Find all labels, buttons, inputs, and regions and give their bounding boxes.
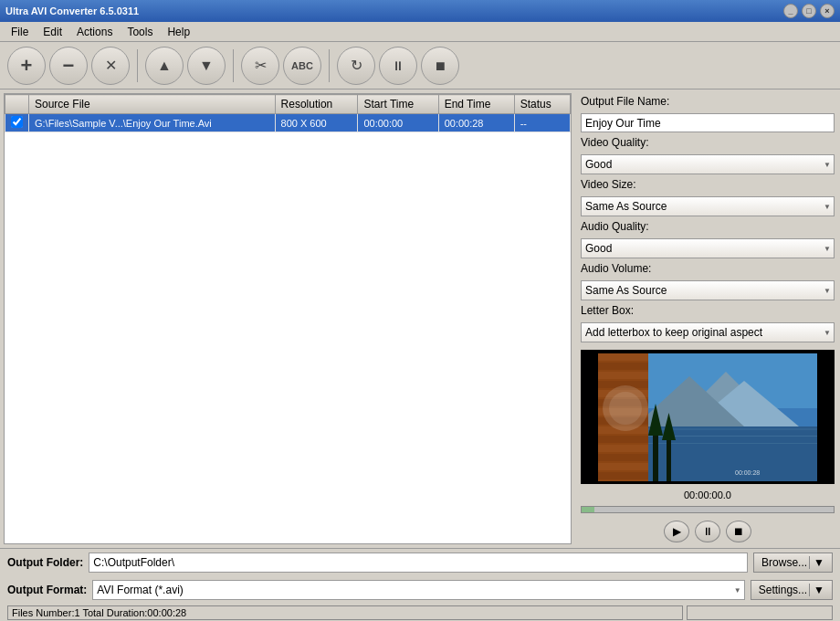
svg-rect-24 (598, 472, 648, 479)
preview-stop-button[interactable]: ⏹ (726, 521, 751, 542)
output-format-wrapper: AVI Format (*.avi) MP4 Format (*.mp4) WM… (92, 580, 744, 600)
row-checkbox[interactable] (5, 114, 29, 132)
svg-rect-27 (653, 436, 658, 481)
svg-rect-29 (667, 440, 671, 481)
rename-button[interactable]: ABC (283, 47, 321, 85)
output-folder-label: Output Folder: (7, 556, 83, 569)
preview-progress-bar[interactable] (581, 506, 835, 513)
status-left: Files Number:1 Total Duration:00:00:28 (7, 605, 683, 620)
audio-quality-wrapper: Good Best Normal Low (581, 238, 835, 258)
letter-box-select[interactable]: Add letterbox to keep original aspect No… (581, 322, 835, 342)
svg-rect-21 (598, 445, 648, 452)
svg-text:00:00:28: 00:00:28 (735, 469, 760, 476)
remove-button[interactable]: − (49, 47, 88, 85)
settings-label: Settings... (759, 584, 807, 596)
col-resolution: Resolution (275, 95, 358, 114)
svg-rect-12 (598, 363, 648, 370)
browse-dropdown-icon[interactable]: ▼ (809, 556, 824, 569)
video-size-select[interactable]: Same As Source 320x240 640x480 800x600 1… (581, 196, 835, 216)
bottom-area: Output Folder: Browse... ▼ Output Format… (0, 548, 840, 621)
main-area: Source File Resolution Start Time End Ti… (0, 89, 840, 548)
app-title: Ultra AVI Converter 6.5.0311 (5, 5, 139, 16)
menu-actions[interactable]: Actions (69, 24, 120, 40)
title-bar: Ultra AVI Converter 6.5.0311 _ □ × (0, 0, 840, 22)
file-list-panel: Source File Resolution Start Time End Ti… (4, 93, 572, 544)
video-size-label: Video Size: (581, 178, 835, 191)
settings-panel: Output File Name: Video Quality: Good Be… (575, 89, 840, 548)
svg-rect-11 (598, 353, 648, 361)
audio-quality-label: Audio Quality: (581, 220, 835, 233)
preview-time-display: 00:00:00.0 (581, 489, 835, 500)
preview-pause-button[interactable]: ⏸ (695, 521, 720, 542)
output-format-row: Output Format: AVI Format (*.avi) MP4 Fo… (0, 576, 840, 604)
preview-progress-fill (582, 507, 594, 512)
minimize-button[interactable]: _ (783, 4, 798, 18)
add-button[interactable]: + (7, 47, 46, 85)
table-row[interactable]: G:\Files\Sample V...\Enjoy Our Time.Avi … (5, 114, 571, 132)
svg-point-26 (609, 392, 642, 425)
row-end-time: 00:00:28 (438, 114, 514, 132)
settings-button[interactable]: Settings... ▼ (751, 580, 833, 600)
status-right (687, 605, 833, 620)
stop-button[interactable]: ⏹ (421, 47, 459, 85)
menu-bar: File Edit Actions Tools Help (0, 22, 840, 42)
status-bar: Files Number:1 Total Duration:00:00:28 (0, 604, 840, 621)
browse-label: Browse... (761, 556, 807, 569)
maximize-button[interactable]: □ (802, 4, 816, 18)
output-file-name-label: Output File Name: (581, 95, 835, 108)
separator-3 (329, 49, 330, 82)
preview-play-button[interactable]: ▶ (664, 521, 689, 542)
preview-controls: ▶ ⏸ ⏹ (581, 521, 835, 542)
audio-volume-wrapper: Same As Source 50% 75% 125% 150% (581, 280, 835, 300)
letter-box-wrapper: Add letterbox to keep original aspect No… (581, 322, 835, 342)
pause-button[interactable]: ⏸ (379, 47, 417, 85)
cut-button[interactable]: ✂ (241, 47, 279, 85)
preview-image: 00:00:28 (598, 353, 817, 481)
col-source-file: Source File (29, 95, 276, 114)
menu-file[interactable]: File (4, 24, 36, 40)
menu-help[interactable]: Help (160, 24, 197, 40)
toolbar: + − ✕ ▲ ▼ ✂ ABC ↻ ⏸ ⏹ (0, 42, 840, 89)
separator-2 (233, 49, 234, 82)
output-format-label: Output Format: (7, 584, 87, 596)
close-button[interactable]: × (820, 4, 835, 18)
audio-quality-select[interactable]: Good Best Normal Low (581, 238, 835, 258)
menu-tools[interactable]: Tools (120, 24, 160, 40)
move-down-button[interactable]: ▼ (187, 47, 226, 85)
video-quality-wrapper: Good Best Normal Low (581, 154, 835, 174)
audio-volume-label: Audio Volume: (581, 262, 835, 275)
row-status: -- (514, 114, 570, 132)
file-table: Source File Resolution Start Time End Ti… (5, 94, 571, 132)
col-status: Status (514, 95, 570, 114)
output-format-select[interactable]: AVI Format (*.avi) MP4 Format (*.mp4) WM… (92, 580, 744, 600)
audio-volume-select[interactable]: Same As Source 50% 75% 125% 150% (581, 280, 835, 300)
video-quality-label: Video Quality: (581, 136, 835, 149)
video-quality-select[interactable]: Good Best Normal Low (581, 154, 835, 174)
row-resolution: 800 X 600 (275, 114, 358, 132)
svg-rect-20 (598, 436, 648, 443)
output-folder-row: Output Folder: Browse... ▼ (0, 549, 840, 576)
preview-area: 00:00:28 (581, 350, 835, 484)
settings-dropdown-icon[interactable]: ▼ (809, 584, 824, 596)
output-file-name-input[interactable] (581, 113, 835, 132)
browse-button[interactable]: Browse... ▼ (753, 553, 833, 573)
separator-1 (137, 49, 138, 82)
video-size-wrapper: Same As Source 320x240 640x480 800x600 1… (581, 196, 835, 216)
convert-button[interactable]: ↻ (337, 47, 375, 85)
svg-rect-22 (598, 454, 648, 461)
output-folder-input[interactable] (89, 553, 748, 573)
clear-button[interactable]: ✕ (91, 47, 130, 85)
svg-rect-23 (598, 463, 648, 470)
col-end-time: End Time (438, 95, 514, 114)
move-up-button[interactable]: ▲ (145, 47, 184, 85)
col-check (5, 95, 29, 114)
row-file: G:\Files\Sample V...\Enjoy Our Time.Avi (29, 114, 276, 132)
svg-rect-13 (598, 372, 648, 379)
letter-box-label: Letter Box: (581, 304, 835, 317)
row-start-time: 00:00:00 (358, 114, 438, 132)
window-controls: _ □ × (783, 4, 835, 18)
menu-edit[interactable]: Edit (36, 24, 69, 40)
col-start-time: Start Time (358, 95, 438, 114)
